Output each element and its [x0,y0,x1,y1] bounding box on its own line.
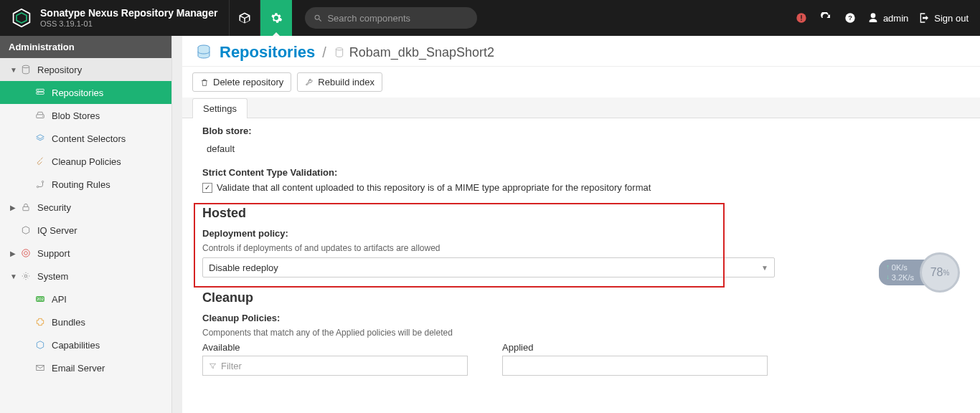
strict-validation-label: Strict Content Type Validation: [202,167,960,178]
arrow-down-icon: ↓ [886,273,890,282]
network-monitor-widget[interactable]: ↑0K/s ↓3.2K/s 78% [879,252,960,293]
signout-button[interactable]: Sign out [918,12,969,24]
svg-point-13 [42,116,43,117]
app-header: Sonatype Nexus Repository Manager OSS 3.… [0,0,980,36]
browse-mode-button[interactable] [229,0,260,36]
cleanup-policies-desc: Components that match any of the Applied… [202,328,960,338]
svg-point-10 [38,90,39,90]
product-name: Sonatype Nexus Repository Manager [40,8,217,19]
svg-point-11 [38,92,39,93]
sidebar-item-support[interactable]: ▶ Support [0,242,171,265]
sidebar-item-email-server[interactable]: Email Server [0,356,171,379]
sidebar-item-cleanup-policies[interactable]: Cleanup Policies [0,150,171,173]
svg-point-18 [22,250,30,257]
user-menu[interactable]: admin [867,12,908,24]
filter-icon [209,362,217,370]
sidebar-item-repository[interactable]: ▼ Repository [0,58,171,81]
applied-list[interactable] [502,356,768,376]
user-icon [867,12,879,24]
refresh-icon [820,12,831,24]
blob-store-value: default [202,141,960,154]
rebuild-index-button[interactable]: Rebuild index [297,72,382,92]
alert-icon [796,12,807,24]
chevron-right-icon: ▶ [10,250,17,257]
mail-icon [34,362,46,374]
breadcrumb-root[interactable]: Repositories [220,43,315,62]
sidebar-item-label: Cleanup Policies [52,156,121,167]
applied-label: Applied [502,342,768,353]
help-button[interactable]: ? [843,11,857,25]
lifebuoy-icon [20,247,32,259]
svg-text:?: ? [848,14,852,22]
strict-validation-desc: Validate that all content uploaded to th… [217,182,651,193]
sidebar-item-bundles[interactable]: Bundles [0,310,171,333]
svg-point-7 [22,65,29,68]
sidebar-scrollbar[interactable] [172,36,182,413]
sidebar-item-label: Repositories [52,87,103,98]
cleanup-section-title: Cleanup [202,290,960,305]
sidebar-item-content-selectors[interactable]: Content Selectors [0,127,171,150]
database-small-icon [334,47,345,58]
available-label: Available [202,342,468,353]
chevron-down-icon: ▼ [10,66,17,74]
sidebar-item-routing-rules[interactable]: Routing Rules [0,173,171,196]
sidebar-item-capabilities[interactable]: Capabilities [0,333,171,356]
gear-icon [20,270,32,282]
tab-settings[interactable]: Settings [192,98,248,118]
search-icon [314,14,323,23]
box-icon [34,339,46,351]
database-icon [20,64,32,75]
sidebar-item-label: IQ Server [37,225,77,236]
delete-repository-button[interactable]: Delete repository [192,72,291,92]
sidebar-item-label: Email Server [52,363,105,374]
sidebar-item-api[interactable]: 202 API [0,288,171,310]
sidebar-item-security[interactable]: ▶ Security [0,196,171,219]
alert-button[interactable] [794,11,809,25]
user-name: admin [883,13,908,24]
breadcrumb-separator: / [322,44,326,61]
chevron-down-icon: ▼ [761,264,768,272]
refresh-button[interactable] [819,11,833,25]
svg-rect-9 [37,92,44,94]
available-filter-input[interactable]: Filter [202,356,468,376]
sidebar-item-blob-stores[interactable]: Blob Stores [0,104,171,127]
api-icon: 202 [34,293,46,305]
deployment-policy-desc: Controls if deployments of and updates t… [202,243,960,253]
sidebar-item-label: System [37,271,68,282]
sidebar-item-label: API [52,294,67,305]
svg-point-15 [42,181,43,182]
svg-rect-23 [37,366,44,371]
svg-text:202: 202 [37,297,44,301]
svg-rect-3 [801,15,801,19]
broom-icon [34,156,46,167]
header-right: ? admin Sign out [794,11,980,25]
svg-point-19 [24,252,28,255]
search-wrap: Search components [305,7,477,29]
signout-label: Sign out [934,13,969,24]
deployment-policy-select[interactable]: Disable redeploy ▼ [202,257,775,277]
blob-store-label: Blob store: [202,125,960,136]
strict-validation-checkbox[interactable]: ✓ [202,183,212,193]
sidebar-item-label: Capabilities [52,340,100,351]
monitor-gauge: 78% [920,252,960,293]
signout-icon [918,12,930,24]
hosted-section-title: Hosted [202,206,960,221]
logo-area: Sonatype Nexus Repository Manager OSS 3.… [0,0,229,36]
sidebar-item-repositories[interactable]: Repositories [0,81,171,104]
chevron-right-icon: ▶ [10,204,17,212]
deployment-policy-value: Disable redeploy [209,262,278,273]
admin-mode-button[interactable] [260,0,292,36]
svg-marker-17 [22,227,29,234]
sidebar-item-label: Repository [37,65,82,75]
iq-icon [20,224,32,236]
database-icon [195,44,212,61]
trash-icon [200,78,209,87]
chevron-down-icon: ▼ [10,272,17,280]
search-input[interactable]: Search components [305,7,477,29]
server-icon [34,87,46,98]
svg-rect-4 [801,20,801,21]
sidebar-item-label: Bundles [52,317,85,328]
sidebar-item-label: Blob Stores [52,110,100,121]
sidebar-item-iq-server[interactable]: IQ Server [0,219,171,242]
sidebar-item-system[interactable]: ▼ System [0,265,171,288]
